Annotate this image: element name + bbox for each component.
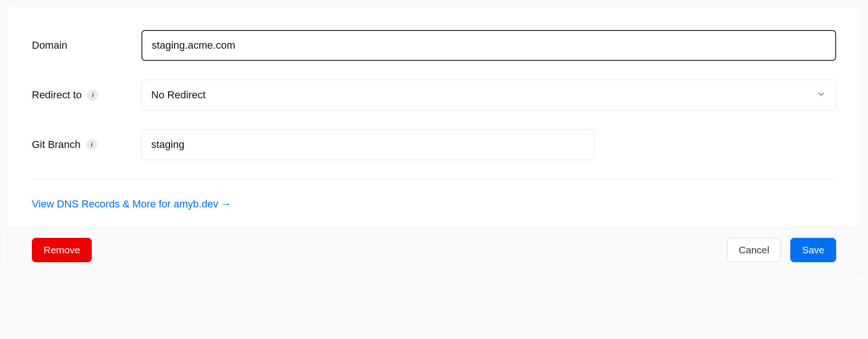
redirect-label-col: Redirect to i (32, 89, 141, 101)
domain-label-col: Domain (32, 39, 141, 52)
domain-label: Domain (32, 39, 67, 52)
divider (32, 179, 836, 179)
save-button[interactable]: Save (790, 238, 836, 262)
redirect-select[interactable]: No Redirect (141, 80, 836, 111)
git-branch-row: Git Branch i (32, 129, 836, 160)
form-body: Domain Redirect to i No Redirect (7, 7, 861, 227)
redirect-input-col: No Redirect (141, 80, 836, 111)
remove-button[interactable]: Remove (32, 238, 92, 262)
info-icon[interactable]: i (87, 89, 98, 101)
domain-row: Domain (32, 30, 836, 61)
git-branch-input-col (141, 129, 595, 160)
domain-input[interactable] (141, 30, 836, 61)
git-branch-input[interactable] (141, 129, 595, 160)
git-branch-label-col: Git Branch i (32, 139, 141, 151)
info-icon[interactable]: i (86, 139, 97, 150)
footer-right: Cancel Save (727, 238, 836, 262)
redirect-row: Redirect to i No Redirect (32, 80, 836, 111)
cancel-button[interactable]: Cancel (727, 238, 781, 262)
dns-link-text: View DNS Records & More for amyb.dev → (32, 198, 231, 210)
card-footer: Remove Cancel Save (7, 227, 861, 273)
domain-settings-card: Domain Redirect to i No Redirect (7, 7, 861, 273)
git-branch-label: Git Branch (32, 139, 81, 151)
redirect-label: Redirect to (32, 89, 81, 101)
domain-input-col (141, 30, 836, 61)
redirect-select-wrap: No Redirect (141, 80, 836, 111)
dns-records-link[interactable]: View DNS Records & More for amyb.dev → (32, 198, 231, 210)
redirect-selected-value: No Redirect (151, 89, 206, 101)
